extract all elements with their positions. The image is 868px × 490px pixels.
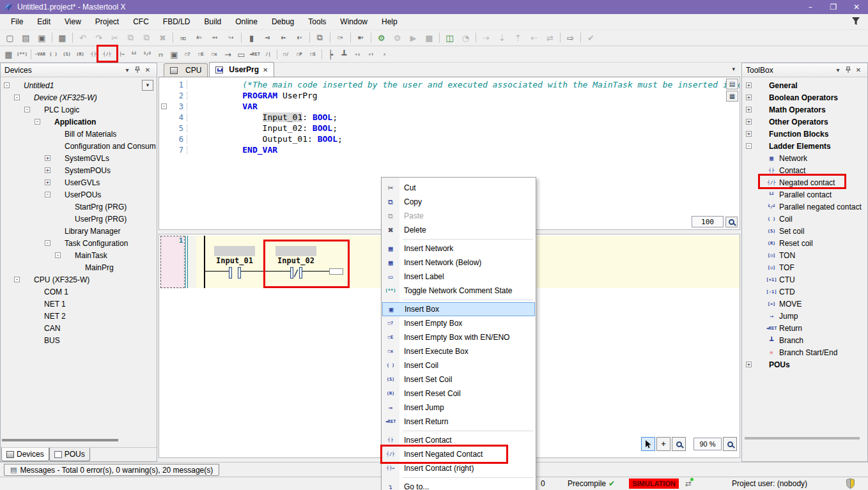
fold-marker[interactable]: - (161, 103, 167, 109)
menubar-item[interactable]: FBD/LD (156, 14, 198, 29)
filter-icon[interactable] (851, 17, 860, 26)
tree-expander[interactable]: + (746, 119, 752, 125)
device-tree-item[interactable]: BUS (1, 334, 157, 346)
toolbox-item[interactable]: [=] MOVE (742, 298, 867, 310)
menubar-item[interactable]: Build (198, 14, 229, 29)
insert-branch-below[interactable]: ┻ (337, 48, 351, 61)
toolbox-item[interactable]: [+1] CTU (742, 273, 867, 286)
device-tree-item[interactable]: Library Manager (1, 225, 157, 237)
clear-bookmarks[interactable]: ▮✕ (291, 31, 307, 44)
toolbox-item[interactable]: ▦ Network (742, 152, 867, 164)
logout[interactable]: ⚙ (389, 31, 405, 44)
insert-negated-contact[interactable]: ┤/├ (100, 48, 114, 61)
device-tree-item[interactable]: - MainTask (1, 249, 157, 261)
paste[interactable]: ⧉ (139, 31, 155, 44)
tree-expander[interactable]: - (45, 192, 50, 197)
separator[interactable] (322, 49, 322, 59)
stop[interactable]: ■ (421, 31, 437, 44)
toolbox-item[interactable]: ┤├ Contact (742, 164, 867, 176)
devices-hscrollbar[interactable] (2, 439, 118, 441)
context-menu-item[interactable] (382, 429, 535, 433)
toolbox-item[interactable]: ┻ Branch (742, 334, 867, 346)
context-menu-item[interactable]: ┤/├ Insert Negated Contact (382, 447, 535, 461)
close-panel-icon[interactable]: ✕ (143, 66, 153, 73)
tree-expander[interactable]: + (746, 362, 752, 367)
minimize-icon[interactable]: – (799, 0, 822, 14)
tree-expander[interactable]: + (45, 180, 50, 185)
pan-tool-button[interactable]: + (656, 437, 670, 451)
separator[interactable] (31, 49, 31, 59)
toolbox-hscrollbar[interactable] (745, 437, 860, 440)
editor-zoom-level[interactable]: 100 (692, 216, 724, 227)
device-tree-item[interactable]: + UserGVLs (1, 176, 157, 188)
device-tree-item[interactable]: StartPrg (PRG) (1, 201, 157, 213)
context-menu-item[interactable]: ▭ Insert Label (382, 270, 535, 284)
bookmark[interactable]: ▮ (244, 31, 260, 44)
device-tree-item[interactable]: UserPrg (PRG) (1, 213, 157, 225)
tree-expander[interactable]: - (24, 107, 30, 112)
edge-detection[interactable]: ▢∕ (279, 48, 293, 61)
select-tool-button[interactable] (641, 437, 655, 451)
fold-marker[interactable] (160, 136, 168, 142)
tree-expander[interactable]: + (746, 82, 752, 88)
print[interactable]: ▦ (54, 31, 70, 44)
toolbox-item[interactable]: ╙╜ Parallel contact (742, 188, 867, 201)
context-menu-item[interactable]: ▢E Insert Empty Box with EN/ENO (382, 330, 535, 344)
context-menu-item[interactable]: ┤├→ Insert Contact (right) (382, 461, 535, 475)
context-menu-item[interactable]: ┤├ Insert Contact (382, 433, 535, 447)
insert-contact-parallel-above[interactable]: ╓╖ (154, 48, 167, 61)
toolbox-item[interactable]: + Math Operators (742, 103, 867, 116)
separator[interactable] (277, 49, 277, 59)
device-tree-item[interactable]: - Task Configuration (1, 237, 157, 249)
menubar-item[interactable]: Project (88, 14, 126, 29)
separator[interactable] (309, 33, 310, 43)
device-tree-item[interactable]: COM 1 (1, 286, 157, 298)
pin-icon[interactable] (843, 66, 853, 74)
new-project[interactable]: ▢ (2, 31, 18, 44)
tab-pous[interactable]: POUs (49, 448, 90, 461)
fold-marker[interactable] (160, 147, 168, 153)
cut[interactable]: ✂ (107, 31, 123, 44)
separator[interactable] (476, 33, 476, 43)
menubar-item[interactable]: Debug (265, 14, 301, 29)
copy[interactable]: ⧉ (123, 31, 139, 44)
context-menu-item[interactable]: ▢? Insert Empty Box (382, 316, 535, 330)
close-tab-icon[interactable]: ✕ (263, 66, 268, 73)
insert-reset-coil[interactable]: (R) (74, 48, 87, 61)
set-next-statement[interactable]: ⇄ (542, 31, 558, 44)
device-tree-item[interactable]: - Device (XF325-W) (1, 91, 157, 103)
device-tree-item[interactable]: - Untitled1 (1, 79, 157, 91)
toolbox-item[interactable]: + General (742, 79, 867, 91)
accept-changes[interactable]: ✔ (583, 31, 599, 44)
device-tree-item[interactable]: - Application (1, 116, 157, 128)
separator[interactable] (173, 33, 173, 43)
menubar-item[interactable]: Edit (30, 14, 58, 29)
run-to-cursor[interactable]: ⇠ (526, 31, 542, 44)
previous-bookmark[interactable]: ◄▮ (260, 31, 275, 44)
insert-coil[interactable]: ( ) (47, 48, 60, 61)
step-into[interactable]: ⇣ (494, 31, 510, 44)
menubar-item[interactable]: CFC (126, 14, 156, 29)
redo[interactable]: ↷ (91, 31, 107, 44)
open-project[interactable]: ▤ (18, 31, 34, 44)
toolbox-item[interactable]: + Function Blocks (742, 128, 867, 140)
maximize-icon[interactable]: ❐ (822, 0, 845, 14)
save-project[interactable]: ▣ (34, 31, 50, 44)
toolbox-item[interactable]: [-1] CTD (742, 286, 867, 298)
context-menu-item[interactable] (382, 475, 535, 480)
paste-special[interactable]: ⧉ (312, 31, 328, 44)
context-menu-item[interactable]: (R) Insert Reset Coil (382, 387, 535, 401)
device-tree-item[interactable]: - PLC Logic (1, 103, 157, 116)
context-menu-item[interactable]: ▦ Insert Network (Below) (382, 256, 535, 270)
tree-expander[interactable]: + (746, 131, 752, 137)
toolbox-item[interactable]: - Ladder Elements (742, 140, 867, 152)
tree-expander[interactable]: - (35, 119, 40, 125)
fold-marker[interactable] (160, 114, 168, 120)
device-tree-item[interactable]: NET 1 (1, 298, 157, 310)
toolbox-item[interactable]: + Boolean Operators (742, 91, 867, 103)
insert-network[interactable]: ▦ (2, 48, 15, 61)
fold-marker[interactable] (160, 82, 168, 88)
context-menu-item[interactable]: (S) Insert Set Coil (382, 372, 535, 387)
separator[interactable] (330, 33, 330, 43)
insert-empty-box[interactable]: ▢? (181, 48, 194, 61)
